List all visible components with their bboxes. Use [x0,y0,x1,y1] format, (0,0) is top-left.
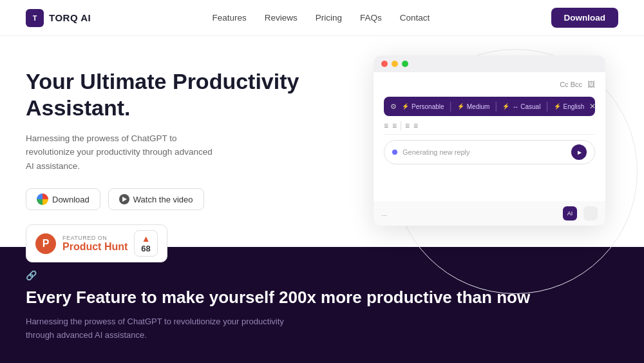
hero-section: Your Ultimate Productivity Assistant. Ha… [0,36,644,247]
watch-video-button[interactable]: Watch the video [108,188,204,210]
hero-buttons: Download Watch the video [26,188,303,210]
hero-right: Cc Bcc 🖼 ⚙ Personable | Medium | ↔ Casua… [303,62,618,226]
nav-links: Features Reviews Pricing FAQs Contact [212,13,430,23]
dot-red [381,61,388,67]
hero-title: Your Ultimate Productivity Assistant. [26,68,303,121]
dot-green [402,61,408,67]
nav-download-button[interactable]: Download [551,8,619,28]
toolbar-close-icon[interactable]: ✕ [589,102,596,111]
logo-text: TORQ AI [49,12,91,23]
link-icon: 🔗 [26,270,37,280]
dark-section-description: Harnessing the prowess of ChatGPT to rev… [26,315,296,342]
footer-text: ... [381,210,387,217]
ph-arrow-icon: ▲ [142,233,151,244]
dot-yellow [392,61,398,67]
email-header: Cc Bcc 🖼 [384,80,595,89]
ph-featured-label: FEATURED ON [62,235,128,241]
product-hunt-badge[interactable]: P FEATURED ON Product Hunt ▲ 68 [26,224,167,262]
logo-icon: T [26,9,44,27]
format-bar: ≡ ≡ ≡ ≡ [384,121,595,135]
watch-label: Watch the video [133,195,193,204]
ai-toolbar: ⚙ Personable | Medium | ↔ Casual | Engli… [384,97,595,116]
browser-body: Cc Bcc 🖼 ⚙ Personable | Medium | ↔ Casua… [374,72,605,201]
nav-pricing[interactable]: Pricing [316,13,342,23]
nav-reviews[interactable]: Reviews [265,13,298,23]
download-label: Download [52,195,90,204]
format-btn-3[interactable]: ≡ [405,121,410,130]
toolbar-casual: ↔ Casual [502,103,540,110]
ai-reply-text: Generating new reply [402,148,566,156]
ph-name: Product Hunt [62,241,128,253]
ai-reply-send-button[interactable] [571,144,587,160]
hero-left: Your Ultimate Productivity Assistant. Ha… [26,62,303,262]
ph-count: 68 [141,244,150,253]
download-button[interactable]: Download [26,188,100,210]
navbar: T TORQ AI Features Reviews Pricing FAQs … [0,0,644,36]
toolbar-personable: Personable [402,103,444,110]
email-cc: Cc Bcc [560,81,582,88]
browser-footer: ... AI [374,201,605,226]
format-btn-2[interactable]: ≡ [392,121,397,130]
ph-text: FEATURED ON Product Hunt [62,235,128,253]
footer-icon-trash[interactable] [583,206,598,221]
chrome-icon [37,193,48,205]
nav-logo: T TORQ AI [26,9,91,27]
browser-topbar [374,55,605,72]
ph-logo-icon: P [35,233,56,254]
format-btn-4[interactable]: ≡ [413,121,418,130]
nav-contact[interactable]: Contact [400,13,430,23]
play-icon [119,194,129,204]
ai-settings-icon: ⚙ [390,103,397,111]
format-btn-1[interactable]: ≡ [384,121,388,130]
browser-mockup: Cc Bcc 🖼 ⚙ Personable | Medium | ↔ Casua… [374,55,605,226]
toolbar-medium: Medium [457,103,490,110]
ph-votes: ▲ 68 [134,230,157,257]
hero-description: Harnessing the prowess of ChatGPT to rev… [26,132,219,173]
nav-faqs[interactable]: FAQs [360,13,382,23]
ai-reply-indicator [392,150,397,155]
nav-features[interactable]: Features [212,13,246,23]
footer-icons: AI [563,206,598,221]
format-separator [401,121,401,130]
toolbar-english: English [554,103,585,110]
footer-icon-ai[interactable]: AI [563,206,577,221]
image-icon: 🖼 [587,80,595,89]
footer-ai-label: AI [567,210,573,217]
ai-reply-bar: Generating new reply [384,140,595,164]
